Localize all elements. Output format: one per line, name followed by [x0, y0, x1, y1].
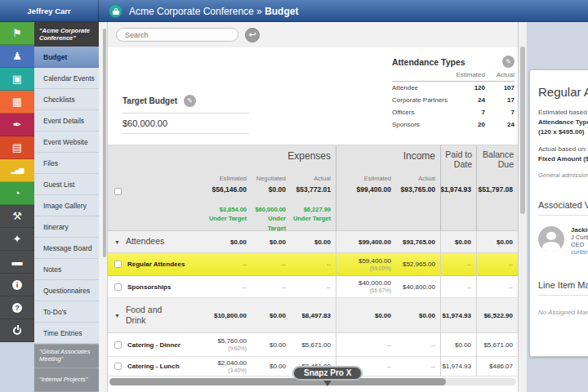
- budget-line-item-row[interactable]: Regular Attendees------$59,400.00 (99.00…: [108, 253, 518, 276]
- vendor-title: CEO: [571, 241, 588, 248]
- attendance-type-name: Officers: [392, 106, 451, 118]
- select-all-checkbox[interactable]: [114, 188, 122, 195]
- budget-cell: --: [476, 261, 518, 268]
- other-event-link[interactable]: "Global Associates Meeting": [34, 344, 99, 368]
- row-checkbox[interactable]: [114, 341, 122, 349]
- vendor-name: Jackie: [571, 226, 588, 234]
- detail-panel-region: Regular A Estimated based o Attendance T…: [527, 22, 588, 392]
- edit-attendance-types-icon[interactable]: ✎: [502, 56, 514, 68]
- balance-due-header: Balance Due: [476, 145, 518, 185]
- sidebar-item-message-board[interactable]: Message Board: [34, 238, 99, 259]
- budget-line-item-row[interactable]: Catering - Dinner$5,760.00 (9.60%)$0.00$…: [108, 333, 518, 357]
- info-icon[interactable]: i: [0, 274, 34, 296]
- breadcrumb-separator: »: [256, 6, 262, 17]
- row-checkbox[interactable]: [114, 363, 122, 370]
- calendar-icon[interactable]: ▦: [0, 91, 34, 114]
- target-budget-label: Target Budget: [122, 96, 177, 105]
- chart-icon[interactable]: ▂▄▆: [0, 159, 34, 182]
- top-bar: Jeffrey Carr Acme Corporate Conference »…: [0, 0, 588, 22]
- budget-group-row[interactable]: ▼Food and Drink$10,800.00$0.00$8,497.83$…: [108, 298, 518, 333]
- user-menu[interactable]: Jeffrey Carr: [0, 0, 99, 22]
- sidebar-item-calendar-events[interactable]: Calendar Events: [34, 68, 99, 89]
- sidebar-item-to-do-s[interactable]: To-Do's: [34, 301, 99, 323]
- page-header: Acme Corporate Conference » Budget: [99, 0, 588, 22]
- under-target-label: Under Target: [291, 214, 331, 223]
- budget-line-item-row[interactable]: Sponsorships------$40,000.00 (66.67%)$40…: [108, 276, 518, 298]
- vendor-link[interactable]: curtisre: [571, 248, 588, 256]
- attendance-estimated-value: 24: [451, 94, 485, 106]
- sidebar-item-event-website[interactable]: Event Website: [34, 131, 99, 153]
- row-checkbox[interactable]: [114, 283, 122, 291]
- snapz-badge: Snapz Pro X: [292, 366, 363, 381]
- horizontal-scrollbar-thumb[interactable]: [109, 378, 446, 385]
- budget-cell: $59,400.00 (99.00%): [336, 257, 396, 272]
- main-scrollbar[interactable]: [518, 22, 527, 392]
- attendance-actual-value: 24: [485, 118, 514, 131]
- sidebar-item-time-entries[interactable]: Time Entries: [34, 323, 99, 344]
- main-scrollbar-thumb[interactable]: [520, 47, 525, 214]
- sidebar-item-guest-list[interactable]: Guest List: [34, 174, 99, 195]
- sidebar-item-checklists[interactable]: Checklists: [34, 89, 99, 110]
- budget-cell: $0.00: [336, 312, 396, 319]
- back-button[interactable]: ↩: [245, 28, 260, 42]
- user-name: Jeffrey Carr: [27, 7, 70, 16]
- help-icon[interactable]: ?: [0, 296, 34, 319]
- vendor-row[interactable]: Jackie J Curtis CEO curtisre: [538, 226, 588, 256]
- user-settings-icon[interactable]: ✦: [0, 228, 34, 251]
- sidebar-item-questionnaires[interactable]: Questionnaires: [34, 280, 99, 301]
- line-item-label: Regular Attendees: [127, 261, 185, 268]
- budget-cell: --: [396, 341, 440, 349]
- sidebar-item-itinerary[interactable]: Itinerary: [34, 216, 99, 238]
- document-icon[interactable]: ▤: [0, 136, 34, 159]
- other-events-list: "Global Associates Meeting""Internal Pro…: [34, 344, 99, 392]
- wrench-icon[interactable]: ⚒: [0, 205, 34, 228]
- target-budget-value[interactable]: $60,000.00: [122, 113, 249, 134]
- search-input[interactable]: [116, 28, 238, 42]
- other-event-link[interactable]: "Internal Projects": [34, 368, 99, 391]
- income-group-header: Income: [336, 145, 440, 175]
- under-target-status: $60,000.00Under Target: [252, 198, 291, 231]
- edit-target-budget-icon[interactable]: ✎: [184, 95, 196, 107]
- under-target-label: Under Target: [252, 214, 286, 233]
- under-target-amount: $60,000.00: [252, 205, 286, 214]
- card-icon[interactable]: ▬: [0, 251, 34, 274]
- flag-icon[interactable]: ⚑: [0, 22, 34, 45]
- under-target-status: $6,227.99Under Target: [291, 198, 336, 231]
- target-budget-section: Target Budget ✎ $60,000.00: [122, 95, 249, 134]
- attendees-icon[interactable]: ♟: [0, 45, 34, 68]
- sidebar-item-budget[interactable]: Budget: [34, 47, 99, 68]
- budget-cell: $0.00: [396, 312, 440, 319]
- search-row: ↩: [108, 22, 518, 47]
- budget-cell: --: [440, 283, 476, 291]
- sidebar-item-notes[interactable]: Notes: [34, 259, 99, 280]
- briefcase-icon[interactable]: ▣: [0, 68, 34, 91]
- breadcrumb-event: Acme Corporate Conference: [129, 6, 254, 17]
- actual-based-on-label: Actual based on:: [538, 145, 588, 153]
- sidebar-scrollbar[interactable]: [99, 22, 108, 392]
- collapse-triangle-icon[interactable]: ▼: [114, 313, 120, 318]
- power-icon[interactable]: [0, 319, 34, 342]
- sidebar-item-event-details[interactable]: Event Details: [34, 110, 99, 131]
- pen-icon[interactable]: ✒: [0, 114, 34, 136]
- group-label: Food and Drink: [126, 305, 183, 326]
- attendance-col-estimated: Estimated: [451, 68, 485, 82]
- attendance-types-title: Attendance Types: [392, 57, 466, 67]
- current-event-name[interactable]: "Acme Corporate Conference": [34, 22, 99, 47]
- sidebar-item-files[interactable]: Files: [34, 153, 99, 174]
- budget-cell: $40,800.00: [396, 283, 440, 291]
- percent-note: (99.00%): [370, 265, 391, 271]
- row-checkbox[interactable]: [114, 261, 122, 268]
- under-target-amount: $3,854.00: [204, 205, 247, 214]
- sidebar-item-image-gallery[interactable]: Image Gallery: [34, 195, 99, 216]
- attendance-actual-value: 7: [485, 106, 514, 118]
- sidebar-scrollbar-thumb[interactable]: [103, 29, 106, 257]
- attendance-col-actual: Actual: [485, 68, 514, 82]
- attendance-type-name: Corporate Partners: [392, 94, 451, 106]
- collapse-triangle-icon[interactable]: ▼: [114, 239, 120, 245]
- under-target-amount: $6,227.99: [291, 205, 331, 214]
- under-target-status: $3,854.00Under Target: [204, 198, 252, 231]
- line-item-description: General admission atte: [538, 172, 588, 179]
- gauge-icon[interactable]: ◔: [0, 182, 34, 205]
- budget-group-row[interactable]: ▼Attendees$0.00$0.00$0.00$99,400.00$93,7…: [108, 231, 518, 253]
- budget-cell: $99,400.00: [336, 238, 396, 246]
